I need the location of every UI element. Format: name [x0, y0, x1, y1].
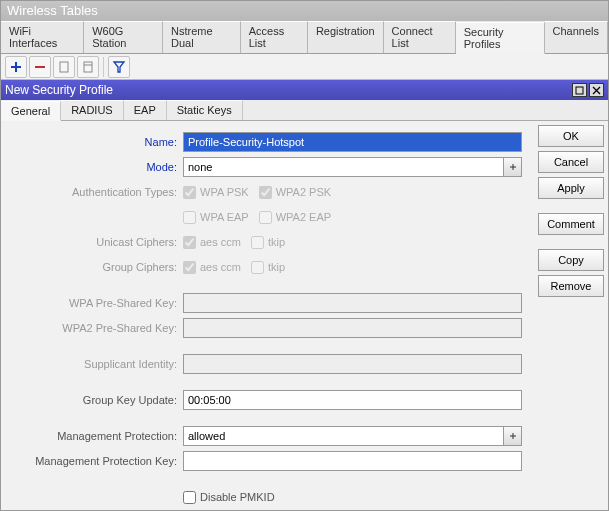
mode-label: Mode:: [1, 161, 183, 173]
wpa-psk-label: WPA PSK: [200, 186, 249, 198]
plus-icon: [9, 60, 23, 74]
subwindow-title: New Security Profile: [5, 83, 113, 97]
supplicant-identity-label: Supplicant Identity:: [1, 358, 183, 370]
disable-pmkid-checkbox[interactable]: [183, 491, 196, 504]
ok-button[interactable]: OK: [538, 125, 604, 147]
tab-registration[interactable]: Registration: [308, 21, 384, 53]
group-tkip-label: tkip: [268, 261, 285, 273]
close-icon: [592, 86, 601, 95]
group-tkip-checkbox[interactable]: [251, 261, 264, 274]
chevron-down-icon: [509, 163, 517, 171]
unicast-aes-label: aes ccm: [200, 236, 241, 248]
wpa2-psk-key-field[interactable]: [183, 318, 522, 338]
svg-rect-2: [84, 62, 92, 72]
svg-rect-1: [60, 62, 68, 72]
name-field[interactable]: [183, 132, 522, 152]
security-profile-window: New Security Profile General RADIUS EAP …: [1, 80, 608, 511]
mode-dropdown-button[interactable]: [504, 157, 522, 177]
cancel-button[interactable]: Cancel: [538, 151, 604, 173]
subwindow-titlebar: New Security Profile: [1, 80, 608, 100]
funnel-icon: [112, 60, 126, 74]
group-key-update-field[interactable]: [183, 390, 522, 410]
unicast-tkip-label: tkip: [268, 236, 285, 248]
supplicant-identity-field[interactable]: [183, 354, 522, 374]
tab-radius[interactable]: RADIUS: [61, 100, 124, 120]
auth-types-label: Authentication Types:: [1, 186, 183, 198]
tab-security-profiles[interactable]: Security Profiles: [456, 22, 545, 54]
svg-rect-0: [35, 66, 45, 68]
tab-static-keys[interactable]: Static Keys: [167, 100, 243, 120]
window-title: Wireless Tables: [1, 1, 608, 21]
subwindow-restore-button[interactable]: [572, 83, 587, 97]
tab-nstreme-dual[interactable]: Nstreme Dual: [163, 21, 241, 53]
enable-button[interactable]: [53, 56, 75, 78]
wpa-psk-checkbox[interactable]: [183, 186, 196, 199]
outer-tabs: WiFi Interfaces W60G Station Nstreme Dua…: [1, 21, 608, 54]
disable-button[interactable]: [77, 56, 99, 78]
tab-wifi-interfaces[interactable]: WiFi Interfaces: [1, 21, 84, 53]
chevron-down-icon: [509, 432, 517, 440]
unicast-tkip-checkbox[interactable]: [251, 236, 264, 249]
svg-rect-4: [576, 87, 583, 94]
management-protection-field[interactable]: [183, 426, 504, 446]
tab-w60g-station[interactable]: W60G Station: [84, 21, 163, 53]
wpa-eap-checkbox[interactable]: [183, 211, 196, 224]
form-area: Name: Mode:: [1, 121, 534, 511]
apply-button[interactable]: Apply: [538, 177, 604, 199]
wpa2-psk-key-label: WPA2 Pre-Shared Key:: [1, 322, 183, 334]
wpa2-eap-checkbox[interactable]: [259, 211, 272, 224]
mode-field[interactable]: [183, 157, 504, 177]
minus-icon: [33, 60, 47, 74]
tab-eap[interactable]: EAP: [124, 100, 167, 120]
unicast-ciphers-label: Unicast Ciphers:: [1, 236, 183, 248]
filter-button[interactable]: [108, 56, 130, 78]
group-key-update-label: Group Key Update:: [1, 394, 183, 406]
name-label: Name:: [1, 136, 183, 148]
wpa-psk-key-label: WPA Pre-Shared Key:: [1, 297, 183, 309]
remove-button[interactable]: [29, 56, 51, 78]
side-buttons: OK Cancel Apply Comment Copy Remove: [534, 121, 608, 511]
wpa2-psk-checkbox[interactable]: [259, 186, 272, 199]
unicast-aes-checkbox[interactable]: [183, 236, 196, 249]
remove-button[interactable]: Remove: [538, 275, 604, 297]
tab-connect-list[interactable]: Connect List: [384, 21, 456, 53]
subwindow-close-button[interactable]: [589, 83, 604, 97]
document2-icon: [81, 60, 95, 74]
document-icon: [57, 60, 71, 74]
wpa2-psk-label: WPA2 PSK: [276, 186, 331, 198]
management-protection-label: Management Protection:: [1, 430, 183, 442]
wpa2-eap-label: WPA2 EAP: [276, 211, 331, 223]
management-protection-key-label: Management Protection Key:: [1, 455, 183, 467]
add-button[interactable]: [5, 56, 27, 78]
management-protection-key-field[interactable]: [183, 451, 522, 471]
tab-general[interactable]: General: [1, 101, 61, 121]
wpa-psk-key-field[interactable]: [183, 293, 522, 313]
disable-pmkid-label: Disable PMKID: [200, 491, 275, 503]
comment-button[interactable]: Comment: [538, 213, 604, 235]
toolbar: [1, 54, 608, 80]
group-ciphers-label: Group Ciphers:: [1, 261, 183, 273]
tab-channels[interactable]: Channels: [545, 21, 608, 53]
restore-icon: [575, 86, 584, 95]
tab-access-list[interactable]: Access List: [241, 21, 308, 53]
group-aes-checkbox[interactable]: [183, 261, 196, 274]
inner-tabs: General RADIUS EAP Static Keys: [1, 100, 608, 121]
group-aes-label: aes ccm: [200, 261, 241, 273]
wpa-eap-label: WPA EAP: [200, 211, 249, 223]
copy-button[interactable]: Copy: [538, 249, 604, 271]
management-protection-dropdown-button[interactable]: [504, 426, 522, 446]
